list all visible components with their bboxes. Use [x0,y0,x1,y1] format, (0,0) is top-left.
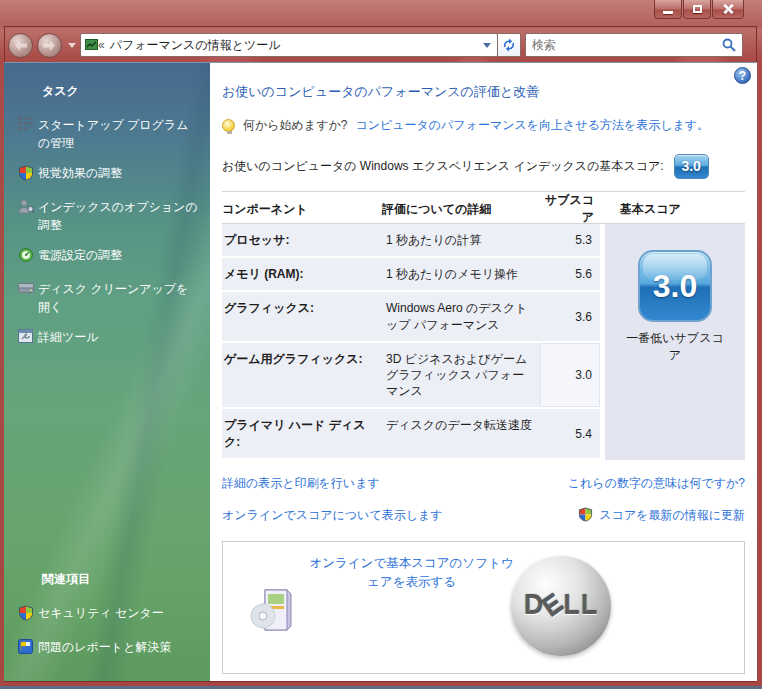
detail-cell: ディスクのデータ転送速度 [382,409,540,457]
forward-arrow-icon [43,40,56,51]
header-detail: 評価についての詳細 [382,201,540,218]
back-arrow-icon [14,40,27,51]
sidebar-item-label: 電源設定の調整 [38,246,200,264]
breadcrumb-title[interactable]: パフォーマンスの情報とツール [110,37,281,54]
oem-box: オンラインで基本スコアのソフトウェアを表示する DELL [222,541,745,674]
header-component: コンポーネント [222,201,382,218]
component-cell: プライマリ ハード ディスク: [222,409,382,457]
maximize-icon [693,5,702,13]
address-bar[interactable]: « パフォーマンスの情報とツール [80,33,498,57]
lightbulb-icon [222,119,235,132]
base-score-panel: 3.0 一番低いサブスコア [605,224,745,460]
problem-reports-icon [18,639,38,659]
page-title: お使いのコンピュータのパフォーマンスの評価と改善 [222,83,745,101]
startup-programs-icon [18,117,38,136]
refresh-score-link[interactable]: スコアを最新の情報に更新 [599,507,745,524]
dell-logo: DELL [511,556,611,656]
tasks-header: タスク [4,63,210,110]
sidebar-item-startup-programs[interactable]: スタートアップ プログラムの管理 [4,110,210,158]
window-body: タスク スタートアップ プログラムの管理 [4,62,757,681]
titlebar[interactable] [0,0,762,28]
minimize-icon [663,11,673,14]
header-base-score: 基本スコア [600,201,745,218]
sidebar-item-advanced-tools[interactable]: 詳細ツール [4,322,210,354]
related-section: 関連項目 セキュリティ センター [4,571,210,681]
recent-pages-dropdown[interactable] [68,43,76,48]
sidebar-item-disk-cleanup[interactable]: ディスク クリーンアップを開く [4,274,210,322]
dell-letter: L [581,590,599,621]
breadcrumb-chevron[interactable]: « [98,38,105,52]
sidebar-item-label: セキュリティ センター [38,604,200,622]
component-cell: プロセッサ: [222,224,382,256]
refresh-icon [502,38,516,52]
base-score-label: お使いのコンピュータの Windows エクスペリエンス インデックスの基本スコ… [222,158,664,175]
search-input[interactable] [532,38,722,52]
sidebar-item-security-center[interactable]: セキュリティ センター [4,598,210,632]
subscore-cell: 5.3 [540,224,600,256]
links-row-2: オンラインでスコアについて表示します スコアを最新の情報に更新 [222,507,745,525]
oem-score-software-link[interactable]: オンラインで基本スコアのソフトウェアを表示する [309,554,514,593]
performance-table: プロセッサ: 1 秒あたりの計算 5.3 メモリ (RAM): 1 秒あたりのメ… [222,224,745,460]
refresh-button[interactable] [498,33,521,57]
uac-shield-icon [18,165,38,186]
power-settings-icon [18,247,38,268]
sidebar-item-label: ディスク クリーンアップを開く [38,280,200,316]
sidebar-item-visual-effects[interactable]: 視覚効果の調整 [4,158,210,192]
close-button[interactable] [712,0,744,19]
base-score-badge: 3.0 [674,154,709,179]
tip-row: 何から始めますか? コンピュータのパフォーマンスを向上させる方法を表示します。 [222,117,745,134]
maximize-button[interactable] [683,0,711,19]
big-score-badge: 3.0 [638,250,712,322]
software-box-icon [247,584,299,639]
sidebar-item-label: 問題のレポートと解決策 [38,638,200,656]
table-row-processor: プロセッサ: 1 秒あたりの計算 5.3 [222,224,600,258]
sidebar-item-label: 視覚効果の調整 [38,164,200,182]
base-score-row: お使いのコンピュータの Windows エクスペリエンス インデックスの基本スコ… [222,154,745,179]
table-row-primary-hard-disk: プライマリ ハード ディスク: ディスクのデータ転送速度 5.4 [222,409,600,459]
sidebar-item-problem-reports[interactable]: 問題のレポートと解決策 [4,632,210,665]
links-row-1: 詳細の表示と印刷を行います これらの数字の意味は何ですか? [222,475,745,492]
performance-tools-icon [85,39,98,51]
minimize-button[interactable] [654,0,682,19]
breadcrumb: « パフォーマンスの情報とツール [98,37,483,54]
what-numbers-mean-link[interactable]: これらの数字の意味は何ですか? [568,475,745,492]
header-subscore: サブスコア [540,192,600,226]
toolbar: « パフォーマンスの情報とツール [4,28,757,62]
advanced-tools-icon [18,329,38,348]
search-box [525,33,743,57]
help-icon[interactable]: ? [734,67,751,84]
related-header: 関連項目 [4,571,210,598]
forward-button[interactable] [37,33,62,58]
uac-shield-icon [578,507,593,525]
table-header: コンポーネント 評価についての詳細 サブスコア 基本スコア [222,192,745,224]
sidebar-item-indexing-options[interactable]: インデックスのオプションの調整 [4,192,210,240]
view-scores-online-link[interactable]: オンラインでスコアについて表示します [222,507,443,524]
detail-cell: 1 秒あたりの計算 [382,224,540,256]
subscore-cell-lowest: 3.0 [540,343,600,408]
back-button[interactable] [8,33,33,58]
sidebar-item-label: 詳細ツール [38,328,200,346]
component-cell: メモリ (RAM): [222,258,382,290]
improve-performance-link[interactable]: コンピュータのパフォーマンスを向上させる方法を表示します。 [355,117,709,134]
sidebar-item-label: インデックスのオプションの調整 [38,198,200,234]
tip-question: 何から始めますか? [243,117,347,134]
table-row-gaming-graphics: ゲーム用グラフィックス: 3D ビジネスおよびゲーム グラフィックス パフォーマ… [222,343,600,410]
subscore-cell: 5.6 [540,258,600,290]
table-rows: プロセッサ: 1 秒あたりの計算 5.3 メモリ (RAM): 1 秒あたりのメ… [222,224,600,460]
detail-cell: Windows Aero のデスクトップ パフォーマンス [382,292,540,340]
detail-cell: 3D ビジネスおよびゲーム グラフィックス パフォーマンス [382,343,540,408]
sidebar-item-power-settings[interactable]: 電源設定の調整 [4,240,210,274]
table-row-graphics: グラフィックス: Windows Aero のデスクトップ パフォーマンス 3.… [222,292,600,342]
view-print-details-link[interactable]: 詳細の表示と印刷を行います [222,475,380,492]
window: « パフォーマンスの情報とツール タスク [0,0,762,689]
subscore-cell: 5.4 [540,409,600,457]
component-cell: ゲーム用グラフィックス: [222,343,382,408]
window-controls [653,0,744,19]
search-icon[interactable] [722,38,736,52]
address-dropdown-icon[interactable] [483,43,491,48]
detail-cell: 1 秒あたりのメモリ操作 [382,258,540,290]
component-cell: グラフィックス: [222,292,382,340]
table-row-memory: メモリ (RAM): 1 秒あたりのメモリ操作 5.6 [222,258,600,292]
sidebar-item-label: スタートアップ プログラムの管理 [38,116,200,152]
sidebar: タスク スタートアップ プログラムの管理 [4,63,210,681]
